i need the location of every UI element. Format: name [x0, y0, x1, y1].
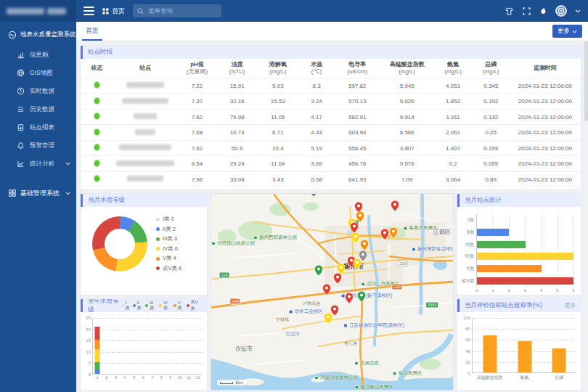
exceed-rate-more-link[interactable]: 更多: [565, 302, 576, 309]
station-map-marker[interactable]: [315, 265, 323, 279]
map-label: 茱萸湾风景区: [404, 225, 438, 232]
table-cell: 2024-01-23 12:00:00: [510, 140, 581, 156]
station-map-marker[interactable]: [323, 284, 331, 298]
table-cell: 641.95: [335, 171, 380, 187]
app-window: 地表水质量监测系统 信息舱 GIS地图: [0, 0, 588, 392]
sidebar-item-realtime-data[interactable]: 实时数据: [0, 82, 76, 100]
sidebar-item-label: 信息舱: [30, 51, 49, 60]
sidebar-collapse-button[interactable]: [83, 7, 94, 15]
column-header: 水温(℃): [298, 59, 334, 78]
table-row[interactable]: 7.6810.746.714.43603.946.5662.0610.25202…: [81, 125, 581, 141]
map-label: 春江路: [344, 340, 357, 347]
table-row[interactable]: 7.2215.915.036.3597.825.9454.0510.345202…: [81, 78, 581, 94]
bar: [477, 229, 509, 236]
table-row[interactable]: 8.5429.2411.643.69456.760.5760.20.055202…: [81, 156, 581, 172]
menu-search-input[interactable]: [147, 7, 212, 15]
table-cell: 0.055: [473, 156, 510, 172]
station-map-marker[interactable]: [352, 232, 360, 246]
x-tick-label: 4: [540, 288, 542, 293]
sidebar-item-statistics[interactable]: 统计分析: [0, 155, 76, 173]
gridline: [473, 318, 576, 319]
sidebar-group-label: 地表水质量监测系统: [20, 30, 76, 39]
table-cell: 2024-01-23 12:00:00: [510, 125, 581, 141]
legend-item[interactable]: V类 4: [156, 255, 181, 262]
table-cell: 7.68: [177, 125, 217, 141]
map-label: 焦山风景区: [393, 370, 422, 377]
sidebar-item-gis-map[interactable]: GIS地图: [0, 64, 76, 82]
bar-row: [477, 216, 573, 224]
map-label: 扬州西郊森林公园: [253, 234, 297, 241]
legend-item[interactable]: 劣V类 6: [156, 265, 181, 272]
legend-item[interactable]: V类: [173, 299, 184, 312]
x-tick-label: 0: [475, 288, 478, 293]
legend-item[interactable]: 劣V类: [187, 299, 200, 312]
status-normal-dot: [94, 113, 100, 120]
road-shield: 328: [398, 261, 408, 267]
table-row[interactable]: 7.6250.910.45.19556.453.8071.4070.199202…: [81, 140, 581, 156]
sidebar-item-alert-management[interactable]: 预警管理: [0, 136, 76, 155]
map-label: 润扬湿地森林公园: [314, 375, 358, 381]
column-header: 溶解氧(mg/L): [257, 59, 298, 78]
table-cell: 6.71: [257, 125, 298, 141]
station-map-marker[interactable]: [390, 227, 398, 241]
station-map-marker[interactable]: [358, 291, 366, 305]
page-scrollbar[interactable]: [584, 41, 588, 392]
x-category-label: 总磷: [555, 375, 563, 381]
legend-item[interactable]: III类: [145, 299, 156, 312]
table-row[interactable]: 7.3732.1615.533.24570.135.0261.8520.1922…: [81, 94, 581, 110]
chevron-down-icon: [65, 191, 70, 196]
report-icon: [16, 123, 25, 132]
legend-item[interactable]: IV类: [159, 299, 171, 312]
table-row[interactable]: 7.9633.083.435.58641.957.093.0640.892024…: [81, 171, 581, 187]
table-cell: 10.74: [217, 125, 257, 141]
tab-home[interactable]: 首页: [82, 22, 102, 41]
legend-item[interactable]: III类 3: [156, 235, 181, 242]
map-label: 瓜洲古渡: [354, 360, 379, 367]
map-label: 宁镇线: [276, 317, 289, 323]
legend-item[interactable]: II类: [133, 299, 142, 312]
x-tick-label: 12: [195, 375, 200, 380]
table-cell: 3.807: [380, 140, 434, 156]
table-cell: 0.345: [473, 78, 510, 94]
station-map[interactable]: 扬州市江都区仪征市古运河春江路沪陕高速宁镇线仪征捺山地质公园扬州西郊森林公园运河…: [211, 193, 454, 391]
table-cell: 15.53: [257, 94, 298, 110]
sidebar-item-label: 预警管理: [30, 142, 54, 150]
legend-item[interactable]: I类 0: [156, 216, 181, 223]
sidebar-group-base-system[interactable]: 基础管理系统: [0, 183, 76, 203]
water-system-icon: [7, 30, 17, 39]
gridline: [509, 214, 510, 287]
flame-icon[interactable]: [539, 7, 547, 16]
station-map-marker[interactable]: [324, 313, 332, 327]
station-map-marker[interactable]: [310, 193, 318, 200]
station-map-marker[interactable]: [354, 258, 362, 272]
chevron-down-icon[interactable]: [575, 8, 581, 14]
month-grade-card: 当月水质等级 I类 0II类 2III类 3IV类 6V类 4劣V类 6: [80, 193, 208, 295]
table-row[interactable]: 7.6279.9811.054.17582.919.9141.9110.1322…: [81, 109, 581, 125]
legend-item[interactable]: I类: [121, 299, 130, 312]
table-cell: 7.62: [177, 109, 217, 125]
y-category-label: I类: [468, 217, 474, 224]
sidebar-item-label: GIS地图: [30, 69, 53, 78]
station-map-marker[interactable]: [346, 293, 354, 306]
app-logo: [0, 0, 76, 22]
station-map-marker[interactable]: [391, 200, 399, 214]
sidebar-item-history-data[interactable]: 历史数据: [0, 100, 76, 118]
fullscreen-icon[interactable]: [522, 7, 531, 16]
month-grade-panel-title: 当月水质等级: [81, 194, 207, 207]
sidebar-group-water-system[interactable]: 地表水质量监测系统: [0, 22, 76, 46]
user-avatar[interactable]: [555, 5, 567, 17]
scrollbar-thumb[interactable]: [584, 41, 588, 121]
sidebar-item-info-cabin[interactable]: 信息舱: [0, 46, 76, 64]
column-header: 高锰酸盐指数(mg/L): [380, 59, 434, 78]
breadcrumb[interactable]: 首页: [102, 7, 125, 16]
station-map-marker[interactable]: [381, 229, 389, 242]
legend-item[interactable]: IV类 6: [156, 245, 181, 253]
tabs-more-button[interactable]: 更多: [552, 25, 582, 38]
month-grade-legend: I类 0II类 2III类 3IV类 6V类 4劣V类 6: [156, 216, 181, 272]
legend-item[interactable]: II类 2: [156, 226, 181, 233]
table-cell: 2.061: [434, 125, 473, 141]
sidebar-item-station-report[interactable]: 站点报表: [0, 118, 76, 136]
menu-search[interactable]: [133, 4, 221, 17]
station-map-marker[interactable]: [334, 273, 342, 287]
theme-shirt-icon[interactable]: [505, 7, 514, 16]
